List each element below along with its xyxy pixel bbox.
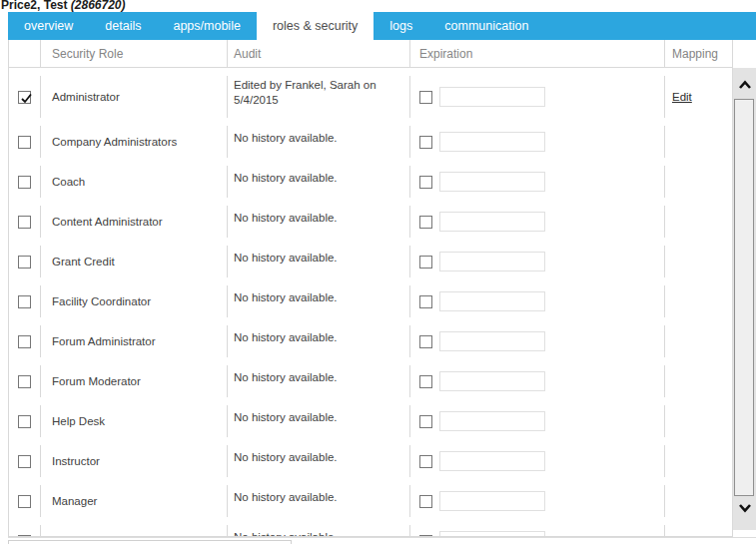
expiration-date-input[interactable]: [439, 132, 545, 152]
expiration-checkbox[interactable]: [419, 495, 432, 508]
table-row: Content Administrator No history availab…: [9, 198, 732, 238]
expiration-date-input[interactable]: [439, 331, 545, 351]
role-select-checkbox[interactable]: [18, 335, 31, 348]
expiration-date-input[interactable]: [439, 87, 545, 107]
audit-cell: No history available.: [228, 206, 410, 238]
role-select-checkbox[interactable]: [18, 256, 31, 269]
security-role-label: Help Desk: [52, 415, 105, 427]
expiration-cell: [410, 76, 665, 118]
role-select-checkbox[interactable]: [18, 136, 31, 149]
security-role-cell: Instructor: [41, 445, 228, 477]
security-role-label: Manager: [52, 495, 97, 507]
expiration-checkbox[interactable]: [419, 216, 432, 229]
role-select-checkbox[interactable]: [18, 455, 31, 468]
table-row: Forum Moderator No history available.: [9, 357, 732, 397]
expiration-cell: [410, 485, 665, 517]
expiration-checkbox[interactable]: [419, 335, 432, 348]
audit-text: No history available.: [234, 211, 338, 226]
expiration-date-input[interactable]: [439, 411, 545, 431]
expiration-cell: [410, 166, 665, 198]
security-role-label: Instructor: [52, 455, 100, 467]
role-select-checkbox[interactable]: [18, 495, 31, 508]
expiration-checkbox[interactable]: [419, 415, 432, 428]
expiration-checkbox[interactable]: [419, 91, 432, 104]
audit-text: Edited by Frankel, Sarah on 5/4/2015: [234, 78, 391, 108]
select-cell: [9, 485, 41, 517]
expiration-cell: [410, 445, 665, 477]
expiration-checkbox[interactable]: [419, 136, 432, 149]
table-row: Facility Coordinator No history availabl…: [9, 277, 732, 317]
audit-text: No history available.: [234, 450, 338, 465]
audit-text: No history available.: [234, 410, 338, 425]
role-select-checkbox[interactable]: [18, 415, 31, 428]
security-role-cell: Content Administrator: [41, 206, 228, 238]
expiration-cell: [410, 365, 665, 397]
tab-overview[interactable]: overview: [8, 12, 89, 40]
role-select-checkbox[interactable]: [18, 91, 31, 104]
scrollbar-thumb[interactable]: [734, 99, 754, 496]
clipped-input-below-table[interactable]: [8, 540, 292, 544]
table-row: Coach No history available.: [9, 158, 732, 198]
mapping-edit-link[interactable]: Edit: [672, 91, 692, 103]
role-select-checkbox[interactable]: [18, 295, 31, 308]
table-header-row: Security Role Audit Expiration Mapping: [9, 40, 732, 68]
audit-cell: No history available.: [228, 445, 410, 477]
scroll-up-button[interactable]: [733, 76, 756, 94]
expiration-checkbox[interactable]: [419, 295, 432, 308]
role-select-checkbox[interactable]: [18, 375, 31, 388]
tab-communication[interactable]: communication: [428, 12, 544, 40]
role-select-checkbox[interactable]: [18, 216, 31, 229]
select-cell: [9, 206, 41, 238]
audit-cell: No history available.: [228, 405, 410, 437]
expiration-checkbox[interactable]: [419, 375, 432, 388]
table-row: Instructor No history available.: [9, 437, 732, 477]
expiration-checkbox[interactable]: [419, 455, 432, 468]
tab-logs[interactable]: logs: [374, 12, 428, 40]
user-id: (2866720): [71, 0, 126, 12]
scroll-down-button[interactable]: [733, 499, 756, 517]
audit-cell: No history available.: [228, 285, 410, 317]
header-select: [9, 40, 41, 67]
tab-apps-mobile[interactable]: apps/mobile: [157, 12, 256, 40]
security-role-cell: Facility Coordinator: [41, 285, 228, 317]
table-row: Help Desk No history available.: [9, 397, 732, 437]
audit-cell: No history available.: [228, 485, 410, 517]
chevron-down-icon: [737, 502, 753, 514]
security-role-label: Content Administrator: [52, 216, 163, 228]
mapping-cell: [665, 166, 732, 198]
audit-cell: No history available.: [228, 246, 410, 277]
expiration-date-input[interactable]: [439, 252, 545, 272]
audit-cell: No history available.: [228, 325, 410, 357]
vertical-scrollbar[interactable]: [733, 68, 756, 530]
expiration-cell: [410, 405, 665, 437]
mapping-cell: [665, 246, 732, 277]
expiration-cell: [410, 325, 665, 357]
expiration-cell: [410, 525, 665, 537]
security-role-cell: Forum Administrator: [41, 325, 228, 357]
page-title: Price2, Test (2866720): [1, 0, 126, 12]
expiration-date-input[interactable]: [439, 172, 545, 192]
select-cell: [9, 126, 41, 158]
expiration-checkbox[interactable]: [419, 256, 432, 269]
table-row: Practice Facilitator No history availabl…: [9, 517, 732, 537]
expiration-date-input[interactable]: [439, 491, 545, 511]
select-cell: [9, 325, 41, 357]
role-select-checkbox[interactable]: [18, 176, 31, 189]
select-cell: [9, 285, 41, 317]
audit-cell: No history available.: [228, 166, 410, 198]
expiration-cell: [410, 206, 665, 238]
select-cell: [9, 405, 41, 437]
expiration-checkbox[interactable]: [419, 176, 432, 189]
tab-roles-security[interactable]: roles & security: [257, 12, 374, 40]
user-name: Price2, Test: [1, 0, 67, 12]
expiration-date-input[interactable]: [439, 371, 545, 391]
expiration-date-input[interactable]: [439, 451, 545, 471]
audit-text: No history available.: [234, 171, 338, 186]
table-bottom-border: [8, 537, 756, 538]
mapping-cell: [665, 365, 732, 397]
expiration-date-input[interactable]: [439, 291, 545, 311]
expiration-date-input[interactable]: [439, 212, 545, 232]
security-role-cell: Grant Credit: [41, 246, 228, 277]
audit-text: No history available.: [234, 251, 338, 266]
tab-details[interactable]: details: [89, 12, 157, 40]
